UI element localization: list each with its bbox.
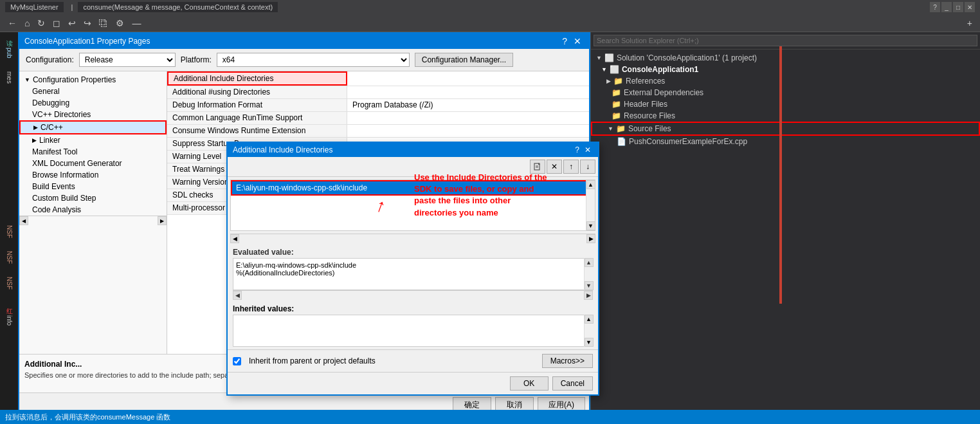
aid-list-hscroll[interactable]: ◀ ▶	[230, 234, 595, 243]
tree-hscroll-right[interactable]: ▶	[158, 216, 167, 225]
aid-list-item-empty[interactable]	[231, 196, 595, 208]
pp-help-btn[interactable]: ?	[559, 36, 570, 46]
code-strip: 读 pub mes NSF NSF NSF 红 info	[0, 32, 18, 410]
prop-additional-include: Additional Include Directories	[167, 71, 589, 86]
tree-item-linker[interactable]: ▶ Linker	[19, 134, 167, 146]
aid-evaluated-section: Evaluated value: E:\aliyun-mq-windows-cp…	[228, 245, 598, 302]
tree-item-xml[interactable]: XML Document Generator	[19, 158, 167, 169]
config-select[interactable]: Release	[79, 53, 176, 67]
prop-value-additional-include[interactable]	[347, 71, 589, 86]
se-resource-files[interactable]: 📁 Resource Files	[591, 110, 980, 122]
tree-item-browse[interactable]: Browse Information	[19, 169, 167, 181]
max-btn[interactable]: □	[953, 2, 963, 12]
tree-item-build[interactable]: Build Events	[19, 181, 167, 192]
se-search-input[interactable]	[594, 35, 977, 46]
aid-cancel-btn[interactable]: Cancel	[552, 376, 593, 391]
aid-hscroll-right[interactable]: ▶	[586, 234, 595, 243]
code-label-6: NSF	[6, 277, 13, 290]
aid-footer: Inherit from parent or project defaults …	[228, 349, 598, 372]
aid-hscroll-left[interactable]: ◀	[230, 234, 239, 243]
prop-value-additional-using[interactable]	[347, 86, 589, 98]
aid-macros-btn[interactable]: Macros>>	[542, 354, 593, 368]
tree-item-general[interactable]: General	[19, 86, 167, 97]
help-btn[interactable]: ?	[930, 2, 940, 12]
se-references[interactable]: ▶ 📁 References	[591, 75, 980, 87]
tree-hscroll[interactable]: ◀ ▶	[19, 216, 167, 225]
code-label-2: pub	[6, 48, 13, 59]
home-btn[interactable]: ⌂	[22, 17, 32, 30]
aid-eval-vscroll[interactable]: ▲ ▼	[584, 258, 593, 290]
se-search-area	[591, 32, 980, 50]
se-header-files[interactable]: 📁 Header Files	[591, 98, 980, 110]
property-pages-dialog: ConsoleApplication1 Property Pages ? ✕ C…	[18, 32, 590, 410]
minus-btn[interactable]: —	[129, 17, 143, 30]
aid-new-btn[interactable]	[530, 160, 545, 174]
tab-separator: |	[66, 2, 78, 12]
tree-item-custom[interactable]: Custom Build Step	[19, 192, 167, 204]
tree-item-manifest[interactable]: Manifest Tool	[19, 146, 167, 158]
aid-eval-hscroll[interactable]: ◀ ▶	[233, 290, 593, 299]
aid-inherited-track	[585, 324, 593, 338]
settings-btn[interactable]: ⚙	[113, 17, 127, 30]
copy-btn[interactable]: ⿻	[96, 17, 111, 30]
tree-hscroll-left[interactable]: ◀	[19, 216, 28, 225]
aid-up-btn[interactable]: ↑	[563, 160, 579, 174]
prop-value-consume-winrt[interactable]	[347, 125, 589, 137]
redo-btn[interactable]: ↪	[81, 17, 94, 30]
min-btn[interactable]: _	[941, 2, 952, 12]
solution-explorer: ▼ ⬜ Solution 'ConsoleApplication1' (1 pr…	[590, 32, 980, 410]
aid-delete-btn[interactable]: ✕	[547, 160, 562, 174]
se-external-label: External Dependencies	[624, 88, 703, 97]
aid-vscroll-up[interactable]: ▲	[586, 180, 595, 189]
stop-btn[interactable]: ◻	[50, 17, 63, 30]
platform-select[interactable]: x64	[217, 53, 410, 67]
aid-list-vscroll[interactable]: ▲ ▼	[586, 180, 595, 230]
tree-item-cpp[interactable]: ▶ C/C++	[19, 120, 167, 134]
aid-eval-hscroll-right[interactable]: ▶	[584, 291, 593, 300]
aid-close-btn[interactable]: ✕	[583, 145, 593, 154]
tree-hscroll-track	[28, 216, 158, 225]
se-source-files[interactable]: ▼ 📁 Source Files	[591, 122, 980, 136]
aid-eval-down[interactable]: ▼	[585, 281, 594, 290]
tree-xml-label: XML Document Generator	[32, 159, 122, 168]
se-push-consumer-file[interactable]: 📄 PushConsumerExampleForEx.cpp	[591, 136, 980, 147]
add-tab-btn[interactable]: +	[965, 17, 975, 30]
aid-eval-up[interactable]: ▲	[585, 258, 594, 267]
aid-vscroll-track	[586, 189, 595, 221]
pp-cancel-btn[interactable]: 取消	[495, 397, 534, 410]
aid-inherited-down[interactable]: ▼	[585, 338, 594, 347]
aid-ok-btn[interactable]: OK	[510, 376, 549, 391]
prop-value-clr[interactable]	[347, 112, 589, 124]
aid-inherited-up[interactable]: ▲	[585, 315, 594, 324]
tree-root[interactable]: ▼ Configuration Properties	[19, 74, 167, 86]
prop-name-clr: Common Language RunTime Support	[167, 112, 347, 124]
aid-inherited-vscroll[interactable]: ▲ ▼	[584, 315, 593, 347]
close-btn[interactable]: ✕	[965, 2, 975, 12]
tab2-label[interactable]: consume(Message & message, ConsumeContex…	[78, 2, 278, 12]
refresh-btn[interactable]: ↻	[35, 17, 48, 30]
tree-build-label: Build Events	[32, 182, 75, 191]
prop-value-debug-info[interactable]: Program Database (/Zi)	[347, 99, 589, 111]
pp-ok-btn[interactable]: 确定	[453, 397, 491, 410]
aid-inherit-checkbox[interactable]	[233, 357, 241, 365]
tree-item-code[interactable]: Code Analysis	[19, 204, 167, 216]
back-btn[interactable]: ←	[5, 17, 19, 30]
se-project-label: ConsoleApplication1	[622, 65, 698, 74]
tree-item-debugging[interactable]: Debugging	[19, 97, 167, 109]
aid-help-btn[interactable]: ?	[573, 145, 581, 154]
tree-item-vcdirs[interactable]: VC++ Directories	[19, 109, 167, 120]
aid-vscroll-down[interactable]: ▼	[586, 221, 595, 230]
se-external-deps[interactable]: 📁 External Dependencies	[591, 87, 980, 98]
aid-down-btn[interactable]: ↓	[580, 160, 595, 174]
title-bar: MyMsqListener | consume(Message & messag…	[0, 0, 980, 14]
pp-close-btn[interactable]: ✕	[571, 36, 584, 46]
bottom-bar: 拉到该消息后，会调用该类的consumeMessage 函数	[0, 410, 980, 424]
config-manager-btn[interactable]: Configuration Manager...	[415, 53, 513, 67]
tab1-label[interactable]: MyMsqListener	[5, 2, 64, 12]
aid-evaluated-box: E:\aliyun-mq-windows-cpp-sdk\include%(Ad…	[233, 258, 593, 290]
undo-btn[interactable]: ↩	[66, 17, 78, 30]
pp-apply-btn[interactable]: 应用(A)	[538, 397, 585, 410]
aid-list-item-0[interactable]: E:\aliyun-mq-windows-cpp-sdk\include	[231, 180, 595, 196]
aid-eval-hscroll-left[interactable]: ◀	[233, 291, 242, 300]
se-project[interactable]: ▼ ⬜ ConsoleApplication1	[591, 64, 980, 75]
